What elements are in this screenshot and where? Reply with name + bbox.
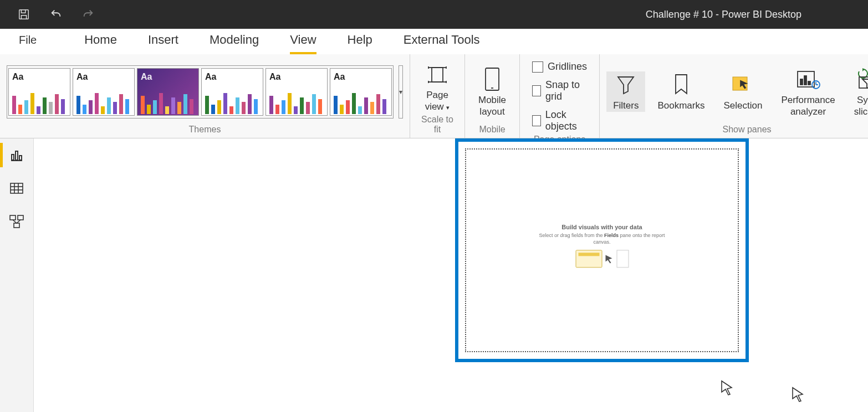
cursor-icon (604, 254, 614, 264)
svg-line-31 (13, 220, 17, 223)
theme-thumb-4[interactable]: Aa (201, 68, 263, 116)
bar-chart-icon (9, 148, 24, 162)
canvas-placeholder: Build visuals with your data Select or d… (534, 224, 670, 267)
theme-thumb-3-selected[interactable]: Aa (137, 68, 199, 116)
data-view-button[interactable] (0, 172, 33, 205)
placeholder-heading: Build visuals with your data (534, 224, 670, 230)
menu-file[interactable]: File (19, 29, 47, 54)
page-view-label: Pageview (425, 90, 448, 111)
menu-bar: File Home Insert Modeling View Help Exte… (0, 29, 868, 54)
mobile-icon (484, 66, 501, 92)
svg-rect-22 (19, 156, 22, 160)
snap-to-grid-checkbox[interactable]: Snap to grid (532, 78, 587, 104)
svg-rect-12 (800, 79, 803, 85)
theme-thumb-6[interactable]: Aa (330, 68, 392, 116)
table-icon (9, 181, 24, 195)
mobile-layout-label: Mobilelayout (478, 95, 506, 117)
gridlines-checkbox[interactable]: Gridlines (532, 60, 587, 74)
svg-rect-1 (432, 68, 443, 82)
checkbox-icon (532, 115, 541, 126)
checkbox-icon (532, 61, 543, 73)
mobile-layout-button[interactable]: Mobilelayout (472, 66, 513, 117)
menu-insert[interactable]: Insert (132, 29, 194, 54)
bookmark-icon (673, 71, 690, 98)
theme-gallery-expand[interactable]: ▾ (399, 65, 403, 119)
group-label-mobile: Mobile (472, 123, 513, 136)
theme-thumb-1[interactable]: Aa (8, 68, 70, 116)
theme-gallery[interactable]: Aa Aa Aa (7, 65, 394, 119)
menu-external-tools[interactable]: External Tools (388, 29, 496, 54)
lock-label: Lock objects (545, 109, 587, 132)
selection-icon (731, 71, 755, 98)
title-bar: Challenge # 10 - Power BI Desktop (0, 0, 868, 29)
menu-home[interactable]: Home (69, 29, 132, 54)
report-view-button[interactable] (0, 138, 33, 172)
performance-analyzer-button[interactable]: Performanceanalyzer (774, 66, 841, 117)
svg-rect-23 (11, 183, 23, 193)
chevron-down-icon: ▾ (399, 88, 402, 96)
report-canvas-area[interactable]: Build visuals with your data Select or d… (33, 138, 868, 412)
svg-rect-20 (12, 154, 14, 160)
group-label-themes: Themes (7, 123, 403, 136)
checkbox-icon (532, 85, 541, 96)
page-view-icon (423, 61, 451, 87)
ribbon: Aa Aa Aa (0, 54, 868, 138)
svg-rect-28 (10, 215, 16, 220)
svg-line-32 (17, 220, 21, 223)
save-icon[interactable] (18, 8, 30, 20)
bookmarks-pane-button[interactable]: Bookmarks (651, 71, 711, 111)
selection-label: Selection (723, 100, 762, 111)
menu-modeling[interactable]: Modeling (194, 29, 274, 54)
sync-slicers-icon (855, 66, 868, 92)
cursor-icon (721, 380, 734, 399)
window-title: Challenge # 10 - Power BI Desktop (94, 9, 868, 20)
placeholder-subtext: Select or drag fields from the Fields pa… (534, 233, 670, 245)
model-icon (9, 214, 24, 229)
filters-pane-button[interactable]: Filters (606, 71, 645, 111)
cursor-icon (792, 387, 805, 406)
canvas-page[interactable]: Build visuals with your data Select or d… (465, 148, 739, 352)
selection-pane-button[interactable]: Selection (717, 71, 769, 111)
selected-canvas-frame[interactable]: Build visuals with your data Select or d… (455, 138, 749, 362)
group-label-show-panes: Show panes (606, 123, 868, 136)
theme-thumb-5[interactable]: Aa (265, 68, 328, 116)
svg-rect-29 (18, 215, 23, 220)
undo-icon[interactable] (50, 8, 62, 20)
menu-help[interactable]: Help (332, 29, 388, 54)
theme-thumb-2[interactable]: Aa (73, 68, 135, 116)
sync-label: Syncslicers (854, 95, 868, 117)
model-view-button[interactable] (0, 205, 33, 238)
redo-icon[interactable] (82, 8, 94, 20)
snap-label: Snap to grid (545, 79, 587, 102)
filters-label: Filters (613, 100, 639, 111)
sync-slicers-button[interactable]: Syncslicers (847, 66, 868, 117)
svg-rect-13 (804, 76, 806, 85)
menu-view[interactable]: View (274, 29, 331, 54)
svg-rect-0 (19, 10, 29, 19)
funnel-icon (615, 71, 637, 98)
page-view-dropdown[interactable]: Pageview ▾ (417, 61, 458, 112)
performance-icon (795, 66, 821, 92)
placeholder-graphic (534, 250, 670, 268)
svg-rect-14 (808, 81, 810, 85)
gridlines-label: Gridlines (548, 61, 587, 73)
view-rail (0, 138, 33, 238)
bookmarks-label: Bookmarks (657, 100, 704, 111)
svg-rect-30 (14, 223, 19, 228)
group-label-scale: Scale to fit (417, 114, 458, 136)
lock-objects-checkbox[interactable]: Lock objects (532, 108, 587, 133)
svg-rect-21 (16, 151, 18, 160)
perf-label: Performanceanalyzer (781, 95, 835, 117)
chevron-down-icon: ▾ (446, 104, 450, 111)
svg-rect-8 (486, 68, 499, 90)
